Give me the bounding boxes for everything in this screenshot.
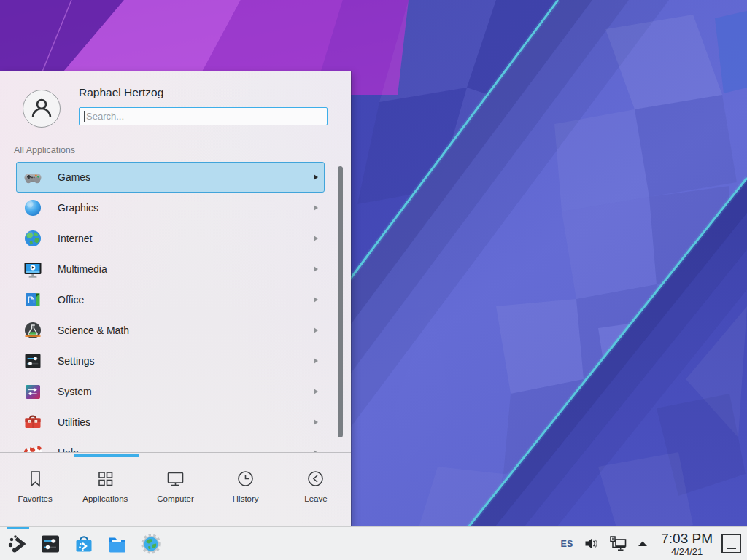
- scrollbar-thumb[interactable]: [338, 166, 343, 438]
- active-task-indicator: [7, 527, 29, 529]
- grid-icon: [96, 469, 115, 489]
- submenu-arrow-icon: [314, 205, 318, 211]
- menu-item-label: Utilities: [58, 416, 90, 428]
- menu-item-graphics[interactable]: Graphics: [16, 192, 325, 223]
- submenu-arrow-icon: [314, 327, 318, 333]
- taskbar-panel: ES: [0, 526, 747, 560]
- internet-icon: [23, 229, 42, 248]
- system-settings-icon[interactable]: [39, 533, 61, 555]
- system-tray: ES: [561, 532, 741, 556]
- clock-date: 4/24/21: [661, 547, 713, 556]
- utilities-icon: [23, 413, 42, 432]
- office-icon: [23, 290, 42, 309]
- menu-item-label: Games: [58, 171, 90, 183]
- menu-item-label: Settings: [58, 355, 95, 367]
- application-launcher-popup: Raphael Hertzog All Applications: [0, 71, 351, 526]
- show-desktop-button[interactable]: [721, 534, 741, 553]
- menu-item-label: Help: [58, 447, 79, 452]
- submenu-arrow-icon: [314, 419, 318, 425]
- network-icon[interactable]: [609, 535, 627, 552]
- menu-item-label: Office: [58, 294, 84, 306]
- menu-item-label: Internet: [58, 233, 92, 244]
- kickoff-tabbar: Favorites Applications Computer: [0, 458, 351, 526]
- monitor-icon: [166, 469, 185, 489]
- tab-history[interactable]: History: [211, 458, 281, 526]
- menu-item-label: System: [58, 386, 92, 397]
- graphics-icon: [23, 198, 42, 217]
- section-label: All Applications: [14, 145, 75, 155]
- submenu-arrow-icon: [314, 297, 318, 303]
- submenu-arrow-icon: [314, 389, 318, 394]
- web-browser-icon[interactable]: [140, 533, 162, 555]
- menu-item-help[interactable]: Help: [16, 438, 325, 452]
- menu-item-utilities[interactable]: Utilities: [16, 407, 325, 438]
- tab-computer[interactable]: Computer: [140, 458, 210, 526]
- settings-icon: [23, 351, 42, 370]
- user-icon: [29, 96, 54, 121]
- help-icon: [23, 443, 42, 452]
- tabbar-divider: [0, 452, 351, 453]
- menu-item-system[interactable]: System: [16, 376, 325, 407]
- menu-item-label: Graphics: [58, 202, 98, 214]
- tab-applications[interactable]: Applications: [70, 458, 140, 526]
- tab-leave[interactable]: Leave: [281, 458, 351, 526]
- menu-item-internet[interactable]: Internet: [16, 223, 325, 254]
- menu-item-office[interactable]: Office: [16, 284, 325, 315]
- menu-item-multimedia[interactable]: Multimedia: [16, 254, 325, 284]
- leave-icon: [306, 469, 325, 489]
- bookmark-icon: [26, 469, 45, 489]
- games-icon: [23, 168, 42, 187]
- keyboard-layout-indicator[interactable]: ES: [561, 539, 573, 549]
- search-input[interactable]: [79, 107, 328, 125]
- tab-label: Computer: [157, 494, 194, 503]
- clock-time: 7:03 PM: [661, 532, 713, 545]
- volume-icon[interactable]: [584, 536, 599, 551]
- menu-item-label: Science & Math: [58, 324, 129, 336]
- file-manager-icon[interactable]: [107, 533, 128, 555]
- tab-label: History: [233, 494, 259, 503]
- expand-caret-icon[interactable]: [638, 540, 648, 547]
- user-avatar[interactable]: [23, 90, 61, 128]
- user-name: Raphael Hertzog: [79, 86, 163, 99]
- tab-label: Leave: [304, 494, 327, 503]
- tab-label: Favorites: [18, 494, 52, 503]
- submenu-arrow-icon: [314, 174, 318, 180]
- system-icon: [23, 382, 42, 401]
- active-tab-indicator: [74, 454, 139, 457]
- search-field-wrap: [79, 107, 328, 125]
- submenu-arrow-icon: [314, 266, 318, 272]
- menu-item-settings[interactable]: Settings: [16, 346, 325, 376]
- science-icon: [23, 321, 42, 340]
- tab-label: Applications: [82, 494, 128, 503]
- tab-favorites[interactable]: Favorites: [0, 458, 70, 526]
- submenu-arrow-icon: [314, 358, 318, 364]
- clock-icon: [236, 469, 255, 489]
- text-cursor: [84, 111, 85, 122]
- desktop: Raphael Hertzog All Applications: [0, 0, 747, 560]
- application-category-list: Games Graphics: [0, 160, 351, 452]
- digital-clock[interactable]: 7:03 PM 4/24/21: [661, 532, 713, 556]
- header-divider: [0, 141, 351, 141]
- application-launcher-button[interactable]: [6, 527, 31, 560]
- multimedia-icon: [23, 260, 42, 279]
- menu-item-label: Multimedia: [58, 263, 107, 275]
- menu-item-science-math[interactable]: Science & Math: [16, 315, 325, 346]
- submenu-arrow-icon: [314, 236, 318, 241]
- menu-item-games[interactable]: Games: [16, 162, 325, 192]
- application-launcher-icon: [7, 533, 29, 555]
- discover-icon[interactable]: [73, 533, 95, 555]
